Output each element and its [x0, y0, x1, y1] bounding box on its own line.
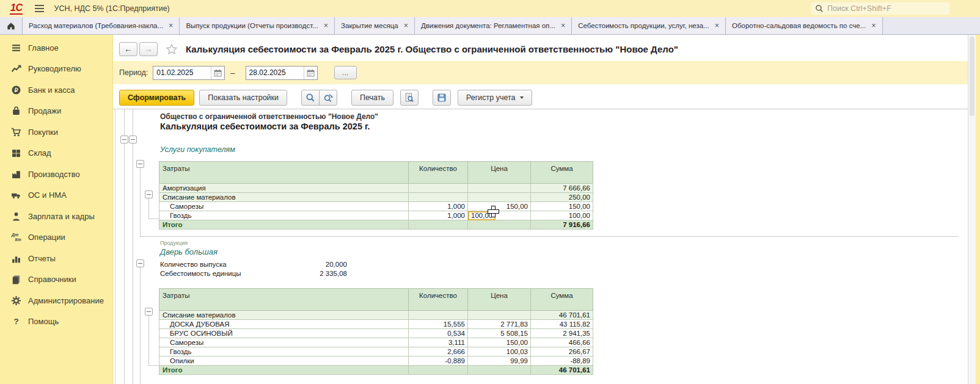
price-cell[interactable]: 99,99 — [468, 357, 531, 366]
show-settings-button[interactable]: Показать настройки — [199, 90, 287, 106]
price-cell[interactable] — [468, 220, 531, 230]
tab-close-icon[interactable]: × — [715, 22, 719, 29]
cost-name-cell[interactable]: БРУС ОСИНОВЫЙ — [159, 329, 409, 338]
calendar-button-from[interactable] — [211, 67, 224, 79]
sum-cell[interactable]: 2 941,35 — [531, 329, 593, 338]
tab-close-icon[interactable]: × — [871, 22, 876, 29]
cost-name-cell[interactable]: Саморезы — [159, 202, 409, 211]
table-row[interactable]: Списание материалов 46 701,61 — [159, 311, 593, 320]
quantity-cell[interactable] — [409, 220, 468, 230]
cost-name-cell[interactable]: Амортизация — [159, 184, 409, 193]
cost-name-cell[interactable]: Списание материалов — [159, 193, 409, 202]
tab-material-consumption[interactable]: Расход материалов (Требования-накла... × — [23, 17, 180, 34]
quantity-cell[interactable]: 1,000 — [409, 202, 468, 211]
home-tab[interactable] — [0, 17, 23, 34]
sidebar-item-main[interactable]: Главное — [0, 37, 112, 59]
table-row[interactable]: Списание материалов 250,00 — [159, 193, 593, 202]
main-menu-button[interactable] — [35, 5, 44, 12]
sidebar-item-help[interactable]: Помощь — [0, 311, 112, 333]
tab-close-icon[interactable]: × — [169, 22, 173, 29]
table-row[interactable]: Итого 7 916,66 — [159, 220, 593, 230]
table-row[interactable]: ДОСКА ДУБОВАЯ 15,555 2 771,83 43 115,82 — [159, 320, 593, 329]
table-row[interactable]: Саморезы 3,111 150,00 466,66 — [159, 338, 593, 347]
sum-cell[interactable]: 150,00 — [531, 202, 593, 211]
collapse-group-button[interactable] — [136, 259, 144, 267]
sum-cell[interactable]: 46 701,61 — [531, 311, 593, 320]
tab-document-movements[interactable]: Движения документа: Регламентная оп... × — [415, 17, 572, 34]
quantity-cell[interactable]: 1,000 — [409, 211, 468, 220]
collapse-group-button[interactable] — [136, 160, 144, 168]
generate-button[interactable]: Сформировать — [119, 90, 194, 106]
tab-close-icon[interactable]: × — [561, 22, 565, 29]
sum-cell[interactable]: 466,66 — [531, 338, 593, 347]
sidebar-item-bank-cash[interactable]: Банк и касса — [0, 79, 112, 101]
save-button[interactable] — [433, 90, 451, 106]
tab-product-cost[interactable]: Себестоимость продукции, услуг, неза... … — [572, 17, 726, 34]
price-cell[interactable] — [468, 366, 531, 375]
price-cell[interactable]: 150,00 — [468, 202, 531, 211]
table-row[interactable]: БРУС ОСИНОВЫЙ 0,534 5 508,15 2 941,35 — [159, 329, 593, 338]
collapse-group-button[interactable] — [145, 308, 153, 316]
sidebar-item-purchases[interactable]: Покупки — [0, 121, 112, 143]
quantity-cell[interactable]: 3,111 — [409, 338, 468, 347]
price-cell[interactable]: 2 771,83 — [468, 320, 531, 329]
price-cell[interactable]: 150,00 — [468, 338, 531, 347]
quantity-cell[interactable] — [409, 193, 468, 202]
quantity-cell[interactable] — [409, 184, 468, 193]
quantity-cell[interactable]: 2,666 — [409, 347, 468, 357]
collapse-group-button[interactable] — [129, 136, 137, 143]
cost-name-cell[interactable]: ДОСКА ДУБОВАЯ — [159, 320, 409, 329]
table-row[interactable]: Гвоздь 2,666 100,03 266,67 — [159, 347, 593, 357]
favorites-button[interactable] — [166, 43, 178, 55]
tab-month-closing[interactable]: Закрытие месяца × — [335, 17, 415, 34]
find-button[interactable] — [301, 90, 320, 106]
quantity-cell[interactable]: 0,534 — [409, 329, 468, 338]
sidebar-item-fixed-assets[interactable]: ОС и НМА — [0, 185, 112, 206]
sidebar-item-manager[interactable]: Руководителю — [0, 59, 112, 80]
price-cell[interactable] — [468, 184, 531, 193]
sum-cell[interactable]: -88,89 — [531, 357, 593, 366]
collapse-group-button[interactable] — [120, 136, 128, 143]
price-cell[interactable] — [468, 311, 531, 320]
period-to-field[interactable]: 28.02.2025 — [246, 66, 318, 80]
table-row[interactable]: Опилки -0,889 99,99 -88,89 — [159, 357, 593, 366]
cost-name-cell[interactable]: Гвоздь — [159, 347, 409, 357]
back-button[interactable]: ← — [119, 42, 137, 56]
cost-name-cell[interactable]: Списание материалов — [159, 311, 409, 320]
cost-name-cell[interactable]: Итого — [159, 366, 409, 375]
repeat-search-button[interactable] — [319, 90, 337, 106]
global-search-input[interactable]: Поиск Ctrl+Shift+F — [811, 2, 949, 15]
period-more-button[interactable]: ... — [334, 66, 357, 79]
tab-production-output[interactable]: Выпуск продукции (Отчеты производст... × — [180, 17, 335, 34]
sum-cell[interactable]: 100,00 — [531, 211, 593, 220]
sum-cell[interactable]: 46 701,61 — [531, 366, 593, 375]
sidebar-item-warehouse[interactable]: Склад — [0, 143, 112, 164]
sidebar-item-administration[interactable]: Администрирование — [0, 290, 112, 311]
cost-name-cell[interactable]: Саморезы — [159, 338, 409, 347]
sidebar-item-sales[interactable]: Продажи — [0, 101, 112, 122]
quantity-cell[interactable]: 15,555 — [409, 320, 468, 329]
sidebar-item-reports[interactable]: Отчеты — [0, 248, 112, 269]
price-cell[interactable]: 100,03 — [468, 347, 531, 357]
table-row[interactable]: Итого 46 701,61 — [159, 366, 593, 375]
sidebar-item-directories[interactable]: Справочники — [0, 269, 112, 291]
tab-close-icon[interactable]: × — [324, 22, 328, 29]
period-from-field[interactable]: 01.02.2025 — [153, 66, 225, 80]
tab-close-icon[interactable]: × — [404, 22, 408, 29]
print-preview-button[interactable] — [400, 90, 419, 106]
print-button[interactable]: Печать — [351, 90, 393, 106]
price-cell[interactable]: 5 508,15 — [468, 329, 531, 338]
cost-name-cell[interactable]: Гвоздь — [159, 211, 409, 220]
scrollbar-thumb[interactable] — [970, 37, 975, 116]
sidebar-item-payroll[interactable]: Зарплата и кадры — [0, 206, 112, 227]
sum-cell[interactable]: 7 666,66 — [531, 184, 593, 193]
calendar-button-to[interactable] — [304, 67, 317, 79]
sum-cell[interactable]: 7 916,66 — [531, 220, 593, 230]
quantity-cell[interactable] — [409, 366, 468, 375]
collapse-group-button[interactable] — [145, 190, 153, 198]
sidebar-item-production[interactable]: Производство — [0, 164, 112, 185]
cost-name-cell[interactable]: Итого — [159, 220, 409, 230]
table-row[interactable]: Амортизация 7 666,66 — [159, 184, 593, 193]
vertical-scrollbar[interactable] — [968, 35, 976, 384]
register-menu-button[interactable]: Регистр учета — [458, 90, 532, 106]
